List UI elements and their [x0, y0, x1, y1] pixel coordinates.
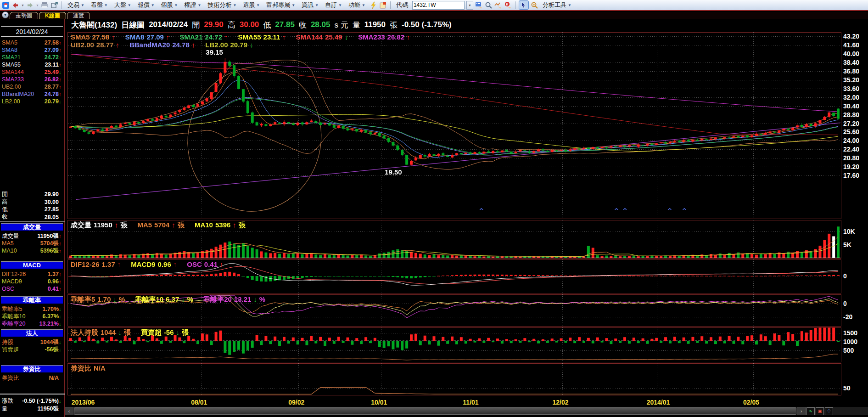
scrollbar-tool-0[interactable]: ∿ — [806, 407, 815, 415]
axis-label: 0 — [843, 300, 847, 307]
sidebar-section-法人: 法人 — [1, 329, 63, 337]
menu-item-4[interactable]: 個股▼ — [159, 0, 180, 10]
main-axis-label: 20.80 — [843, 154, 859, 162]
hand-k-icon[interactable]: K — [504, 1, 512, 9]
main-chart-canvas[interactable] — [68, 32, 840, 219]
printer-icon[interactable] — [41, 1, 49, 9]
menu-item-8[interactable]: 富邦專屬▼ — [264, 0, 297, 10]
note-icon[interactable] — [379, 1, 387, 9]
sidebar-indicator-SMA144: SMA14425.49↓ — [2, 68, 63, 76]
forward-icon[interactable] — [26, 1, 34, 9]
axis-label: 500 — [843, 347, 854, 354]
back-icon[interactable] — [11, 1, 19, 9]
sidebar-section-乖離率: 乖離率 — [1, 296, 63, 304]
main-axis-label: 43.20 — [843, 33, 859, 40]
main-indicator-row2-LB2.00: LB2.0020.79↓ — [205, 41, 253, 49]
time-axis-10/01: 10/01 — [371, 399, 387, 406]
menu-item-1[interactable]: 看盤▼ — [89, 0, 110, 10]
menu-item-11[interactable]: 功能▼ — [346, 0, 368, 10]
tab-strip-menu-button[interactable]: ▼ — [2, 11, 9, 18]
time-axis-11/01: 11/01 — [463, 399, 478, 406]
lightning-icon[interactable] — [370, 1, 377, 9]
short-chart-canvas[interactable] — [68, 363, 840, 395]
toolbar-separator — [390, 1, 391, 9]
macd-header-OSC: OSC0.41↑ — [187, 260, 223, 268]
title-part-5: 高 — [228, 20, 235, 30]
main-indicator-row2-BBandMA20: BBandMA2024.78↑ — [129, 41, 195, 49]
main-axis-label: 25.60 — [843, 128, 859, 135]
volume-header-MA10: MA105396↑張 — [195, 221, 246, 230]
back-dropdown[interactable]: ▼ — [21, 4, 24, 7]
menu-item-7[interactable]: 選股▼ — [241, 0, 262, 10]
tab-速覽[interactable]: 速覽 — [67, 12, 90, 19]
main-axis-label: 32.00 — [843, 94, 859, 101]
indicator-sidebar: 2014/02/24 SMA527.58↑SMA827.09↑SMA2124.7… — [0, 19, 65, 417]
time-axis-09/02: 09/02 — [288, 399, 304, 406]
tab-K線圖[interactable]: K線圖 — [39, 12, 66, 19]
bias-header-乖離率5: 乖離率51.70↓% — [71, 295, 125, 304]
sidebar-row-成交量: 成交量11950張↑ — [2, 232, 63, 240]
title-part-9: 收 — [299, 20, 307, 30]
scrollbar-tool-1[interactable]: ▣ — [816, 407, 824, 415]
title-part-12: 量 — [353, 20, 360, 30]
hand-chart-icon[interactable] — [494, 1, 502, 9]
axis-label: 5K — [843, 241, 851, 248]
scrollbar-tool-2[interactable]: ⁘ — [825, 407, 833, 415]
main-indicator-row1: SMA527.58↑SMA827.09↑SMA2124.72↑SMA5523.1… — [71, 33, 410, 41]
toolbar-separator — [62, 1, 62, 9]
code-dropdown[interactable]: ▼ — [466, 1, 473, 10]
home-icon[interactable] — [2, 1, 10, 9]
tab-走勢圖[interactable]: 走勢圖 — [10, 12, 38, 19]
scroll-left-button[interactable]: ‹ — [65, 407, 73, 415]
axis-label: 10K — [843, 228, 855, 235]
sidebar-section-成交量: 成交量 — [1, 223, 63, 231]
short-header: 券資比N/A — [71, 364, 106, 373]
main-indicator-row1-SMA21: SMA2124.72↑ — [179, 33, 228, 41]
short-header-券資比: 券資比N/A — [71, 364, 106, 373]
menu-item-6[interactable]: 技術分析▼ — [205, 0, 239, 10]
scroll-right-button[interactable]: › — [797, 407, 806, 415]
title-part-14: 張 — [390, 20, 398, 30]
macd-header: DIF12-261.37↑MACD90.96↑OSC0.41↑ — [71, 260, 224, 268]
magnifier-icon[interactable] — [485, 1, 493, 9]
main-axis-label: 36.80 — [843, 68, 859, 75]
sidebar-row-持股: 持股1044張↓ — [2, 338, 63, 346]
sidebar-section-MACD: MACD — [1, 261, 63, 269]
sidebar-indicator-SMA233: SMA23326.82↑ — [2, 76, 63, 83]
sidebar-footer-0: 漲跌-0.50 (-1.75%)↓ — [2, 397, 63, 405]
popout-icon[interactable] — [50, 1, 58, 9]
main-axis-label: 40.00 — [843, 50, 859, 57]
macd-header-MACD9: MACD90.96↑ — [131, 260, 177, 268]
main-axis-label: 24.00 — [843, 137, 859, 144]
menu-item-5[interactable]: 權證▼ — [182, 0, 203, 10]
main-indicator-row1-SMA144: SMA14425.49↓ — [296, 33, 348, 41]
title-part-0: 大魯閣(1432) — [71, 20, 117, 30]
stock-code-input[interactable] — [412, 1, 465, 10]
cursor-icon[interactable] — [519, 0, 529, 10]
axis-label: 0 — [843, 272, 847, 280]
menu-item-10[interactable]: 自訂▼ — [323, 0, 344, 10]
time-axis-02/05: 02/05 — [743, 399, 759, 406]
forward-dropdown[interactable]: ▼ — [36, 4, 39, 7]
scroll-thumb[interactable] — [74, 407, 796, 415]
tab-strip: ▼走勢圖K線圖速覽 — [0, 12, 868, 19]
keypad-icon[interactable] — [475, 1, 483, 9]
inst-header-買賣超: 買賣超-56↓張 — [141, 328, 189, 337]
axis-label: 50 — [843, 384, 851, 392]
search-gear-icon[interactable] — [531, 1, 538, 9]
main-axis-label: 27.20 — [843, 120, 859, 127]
analysis-tools-menu[interactable]: 分析工具▼ — [540, 0, 574, 10]
menu-item-9[interactable]: 資訊▼ — [299, 0, 321, 10]
bias-header: 乖離率51.70↓%乖離率106.37↓%乖離率2013.21↓% — [71, 295, 265, 304]
horizontal-scrollbar[interactable]: ‹›∿▣⁘ — [65, 407, 868, 415]
menu-item-3[interactable]: 報價▼ — [135, 0, 157, 10]
menu-item-2[interactable]: 大盤▼ — [112, 0, 134, 10]
axis-label: -20 — [843, 313, 852, 321]
main-axis-label: 30.40 — [843, 102, 859, 110]
menu-item-0[interactable]: 交易▼ — [65, 0, 87, 10]
main-axis-label: 38.40 — [843, 59, 859, 66]
title-part-2: 2014/02/24 — [149, 20, 188, 29]
sidebar-indicator-SMA21: SMA2124.72↑ — [2, 54, 63, 61]
sidebar-row-乖離率5: 乖離率51.70%↓ — [2, 305, 63, 313]
main-axis-label: 19.20 — [843, 163, 859, 170]
